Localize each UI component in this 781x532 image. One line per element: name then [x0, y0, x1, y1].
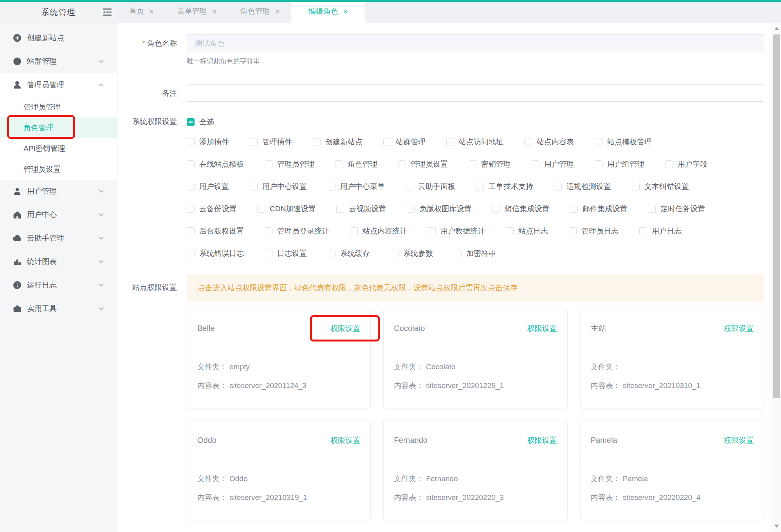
permission-checkbox[interactable]: [350, 227, 358, 235]
tab-close-icon[interactable]: ×: [275, 7, 280, 15]
tab-form-management[interactable]: 表单管理 ×: [166, 0, 229, 23]
permission-option[interactable]: 后台版权设置: [187, 226, 244, 236]
scroll-up-arrow[interactable]: [772, 23, 781, 34]
permission-checkbox[interactable]: [406, 183, 413, 191]
permission-option[interactable]: 日志设置: [265, 248, 307, 259]
permission-checkbox[interactable]: [524, 138, 532, 146]
sidebar-item-role-management[interactable]: 角色管理: [0, 117, 117, 138]
permission-option[interactable]: 邮件集成设置: [570, 204, 627, 214]
permission-checkbox[interactable]: [476, 183, 484, 191]
permission-settings-link[interactable]: 权限设置: [330, 435, 360, 446]
permission-checkbox[interactable]: [407, 205, 415, 213]
permission-checkbox[interactable]: [265, 160, 272, 168]
permission-option[interactable]: 工单技术支持: [476, 182, 533, 192]
permission-checkbox[interactable]: [492, 205, 500, 213]
permission-option[interactable]: 用户管理: [532, 159, 574, 169]
permission-checkbox[interactable]: [595, 160, 602, 168]
vertical-scrollbar[interactable]: [772, 23, 781, 532]
permission-checkbox[interactable]: [506, 227, 514, 235]
permission-checkbox[interactable]: [469, 160, 476, 168]
permission-option[interactable]: 定时任务设置: [648, 204, 705, 214]
note-input[interactable]: [187, 84, 764, 102]
sidebar-item-run-logs[interactable]: 运行日志: [0, 273, 117, 297]
permission-checkbox[interactable]: [391, 250, 399, 257]
permission-checkbox[interactable]: [187, 250, 195, 257]
permission-settings-link[interactable]: 权限设置: [527, 435, 557, 446]
sidebar-item-api-key-management[interactable]: API密钥管理: [0, 138, 117, 159]
permission-option[interactable]: 用户日志: [639, 226, 682, 236]
permission-checkbox[interactable]: [265, 250, 272, 257]
permission-option[interactable]: 站群管理: [383, 137, 426, 147]
permission-checkbox[interactable]: [328, 183, 335, 191]
permission-checkbox[interactable]: [569, 227, 577, 235]
permission-option[interactable]: 站点内容表: [524, 137, 574, 147]
tab-home[interactable]: 首页 ×: [117, 0, 166, 23]
permission-checkbox[interactable]: [446, 138, 454, 146]
permission-option[interactable]: 系统参数: [391, 248, 433, 259]
permission-checkbox[interactable]: [554, 183, 562, 191]
sidebar-item-create-new-site[interactable]: 创建新站点: [0, 26, 117, 50]
permission-checkbox[interactable]: [454, 250, 462, 257]
sidebar-item-administrator-settings[interactable]: 管理员设置: [0, 159, 117, 180]
permission-option[interactable]: 站点日志: [506, 226, 548, 236]
role-name-input[interactable]: [187, 34, 764, 52]
permission-checkbox[interactable]: [336, 205, 344, 213]
permission-option[interactable]: 密钥管理: [469, 159, 511, 169]
permission-checkbox[interactable]: [257, 205, 265, 213]
sidebar-item-utilities[interactable]: 实用工具: [0, 297, 117, 320]
sidebar-item-administrator-management[interactable]: 管理员管理: [0, 73, 117, 97]
permission-option[interactable]: 站点访问地址: [446, 137, 503, 147]
permission-option[interactable]: 角色管理: [335, 159, 377, 169]
permission-settings-link[interactable]: 权限设置: [330, 324, 360, 334]
permission-checkbox[interactable]: [335, 160, 343, 168]
permission-checkbox[interactable]: [632, 183, 640, 191]
permission-checkbox[interactable]: [328, 250, 335, 257]
permission-checkbox[interactable]: [250, 183, 258, 191]
permission-settings-link[interactable]: 权限设置: [724, 324, 754, 334]
scroll-down-arrow[interactable]: [772, 521, 781, 531]
permission-option[interactable]: 免版权图库设置: [407, 204, 471, 214]
tab-close-icon[interactable]: ×: [343, 7, 348, 15]
permission-checkbox[interactable]: [187, 227, 195, 235]
permission-checkbox[interactable]: [665, 160, 673, 168]
permission-settings-link[interactable]: 权限设置: [724, 435, 754, 446]
tab-edit-role[interactable]: 编辑角色 ×: [291, 0, 365, 23]
permission-checkbox[interactable]: [265, 227, 272, 235]
permission-option[interactable]: 添加插件: [187, 137, 229, 147]
permission-checkbox[interactable]: [648, 205, 656, 213]
permission-option[interactable]: 管理员设置: [398, 159, 448, 169]
permission-option[interactable]: 站点模板管理: [595, 137, 652, 147]
sidebar-item-user-center[interactable]: 用户中心: [0, 203, 117, 226]
permission-option[interactable]: 管理员登录统计: [265, 226, 329, 236]
permission-checkbox[interactable]: [570, 205, 578, 213]
permission-option[interactable]: 云备份设置: [187, 204, 236, 214]
permission-option[interactable]: 创建新站点: [313, 137, 363, 147]
permission-checkbox[interactable]: [187, 160, 195, 168]
permission-checkbox[interactable]: [595, 138, 602, 146]
permission-option[interactable]: 系统错误日志: [187, 248, 244, 259]
permission-option[interactable]: 管理员日志: [569, 226, 619, 236]
sidebar-item-statistics-charts[interactable]: 统计图表: [0, 250, 117, 273]
menu-fold-icon[interactable]: [101, 7, 113, 17]
sidebar-item-site-group-management[interactable]: 站群管理: [0, 50, 117, 73]
permission-checkbox[interactable]: [187, 138, 195, 146]
sidebar-item-cloud-assistant-management[interactable]: 云助手管理: [0, 226, 117, 250]
permission-checkbox[interactable]: [428, 227, 436, 235]
permission-option[interactable]: 文本纠错设置: [632, 182, 689, 192]
permission-option[interactable]: 加密符串: [454, 248, 496, 259]
permission-option[interactable]: 用户中心设置: [250, 182, 307, 192]
permission-option[interactable]: 在线站点模板: [187, 159, 244, 169]
permission-option[interactable]: 云助手面板: [406, 182, 455, 192]
permission-checkbox[interactable]: [398, 160, 406, 168]
permission-option[interactable]: 云视频设置: [336, 204, 386, 214]
permission-option[interactable]: 违规检测设置: [554, 182, 611, 192]
permission-option[interactable]: 用户中心菜单: [328, 182, 385, 192]
tab-close-icon[interactable]: ×: [149, 7, 154, 15]
permission-checkbox[interactable]: [639, 227, 647, 235]
sidebar-item-user-management[interactable]: 用户管理: [0, 180, 117, 203]
tab-role-management[interactable]: 角色管理 ×: [228, 0, 291, 23]
permission-checkbox[interactable]: [187, 205, 195, 213]
permission-option[interactable]: 用户组管理: [595, 159, 644, 169]
sidebar-item-administrator-management-sub[interactable]: 管理员管理: [0, 97, 117, 117]
select-all-checkbox[interactable]: [187, 118, 195, 126]
